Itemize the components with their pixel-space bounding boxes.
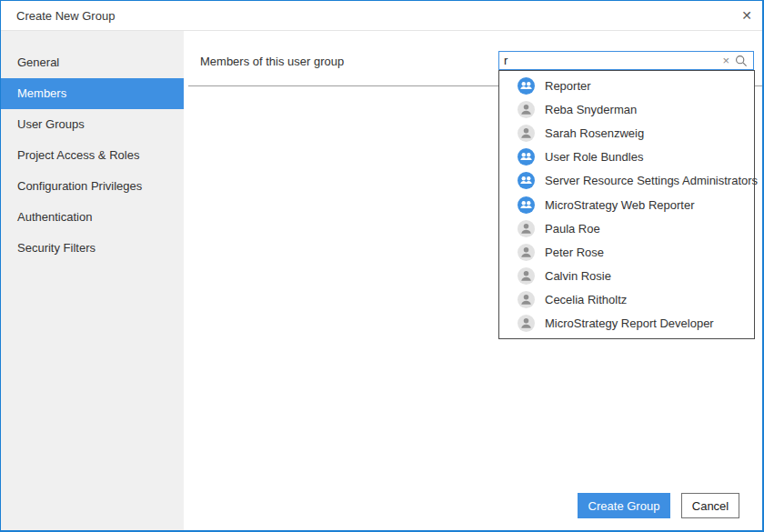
suggestion-item-cecelia-ritholtz[interactable]: Cecelia Ritholtz: [499, 288, 754, 312]
close-button[interactable]: ✕: [731, 1, 762, 31]
sidebar-item-project-access-roles[interactable]: Project Access & Roles: [1, 140, 184, 171]
user-icon: [518, 315, 535, 332]
sidebar-item-members[interactable]: Members: [1, 78, 184, 109]
member-search-box: ×: [498, 51, 754, 70]
suggestion-name: Reba Snyderman: [545, 103, 637, 116]
suggestion-name: Reporter: [545, 79, 591, 93]
suggestion-name: Paula Roe: [545, 222, 600, 236]
user-icon: [518, 125, 535, 142]
user-icon: [518, 220, 535, 237]
cancel-button[interactable]: Cancel: [681, 493, 739, 518]
group-icon: [518, 172, 535, 189]
suggestion-name: MicroStrategy Web Reporter: [545, 198, 695, 212]
sidebar-item-configuration-privileges[interactable]: Configuration Privileges: [1, 171, 184, 202]
suggestion-name: Cecelia Ritholtz: [545, 293, 627, 306]
sidebar-item-authentication[interactable]: Authentication: [1, 202, 184, 233]
suggestion-name: Sarah Rosenzweig: [545, 126, 644, 140]
close-icon: ✕: [741, 8, 752, 23]
user-icon: [518, 244, 535, 261]
members-section-label: Members of this user group: [200, 55, 344, 68]
suggestion-name: Calvin Rosie: [545, 269, 611, 283]
suggestion-item-reporter[interactable]: Reporter: [499, 74, 754, 97]
suggestion-item-microstrategy-web-reporter[interactable]: MicroStrategy Web Reporter: [499, 193, 754, 216]
search-icon[interactable]: [735, 55, 748, 67]
suggestion-item-paula-roe[interactable]: Paula Roe: [499, 216, 754, 240]
member-search-input[interactable]: [504, 53, 717, 68]
user-icon: [518, 267, 535, 285]
suggestion-name: Peter Rose: [545, 246, 604, 259]
sidebar-item-general[interactable]: General: [1, 47, 184, 78]
sidebar-item-security-filters[interactable]: Security Filters: [1, 233, 184, 264]
search-suggestions-dropdown: Reporter Reba Snyderman Sarah Rosenzweig…: [498, 70, 755, 339]
title-bar: Create New Group ✕: [1, 1, 762, 31]
user-icon: [518, 291, 535, 308]
suggestion-item-sarah-rosenzweig[interactable]: Sarah Rosenzweig: [499, 121, 754, 145]
create-new-group-dialog: Create New Group ✕ General Members User …: [0, 0, 764, 532]
suggestion-item-reba-snyderman[interactable]: Reba Snyderman: [499, 97, 754, 121]
group-icon: [518, 148, 535, 166]
dialog-title: Create New Group: [1, 9, 115, 23]
suggestion-name: Server Resource Settings Administrators: [545, 174, 758, 187]
suggestion-name: MicroStrategy Report Developer: [545, 316, 714, 330]
suggestion-item-calvin-rosie[interactable]: Calvin Rosie: [499, 265, 754, 288]
group-icon: [518, 77, 535, 95]
create-group-button[interactable]: Create Group: [578, 493, 670, 518]
dialog-body: General Members User Groups Project Acce…: [1, 31, 762, 530]
suggestion-item-peter-rose[interactable]: Peter Rose: [499, 240, 754, 264]
clear-search-icon[interactable]: ×: [717, 55, 735, 66]
suggestion-name: User Role Bundles: [545, 150, 643, 164]
suggestion-item-user-role-bundles[interactable]: User Role Bundles: [499, 146, 754, 169]
sidebar: General Members User Groups Project Acce…: [1, 31, 184, 530]
group-icon: [518, 196, 535, 214]
suggestion-item-server-resource-settings-administrators[interactable]: Server Resource Settings Administrators: [499, 169, 754, 193]
main-content: Members of this user group × Reporter: [184, 31, 762, 530]
suggestion-item-microstrategy-report-developer[interactable]: MicroStrategy Report Developer: [499, 312, 754, 336]
user-icon: [518, 101, 535, 118]
sidebar-item-user-groups[interactable]: User Groups: [1, 109, 184, 140]
